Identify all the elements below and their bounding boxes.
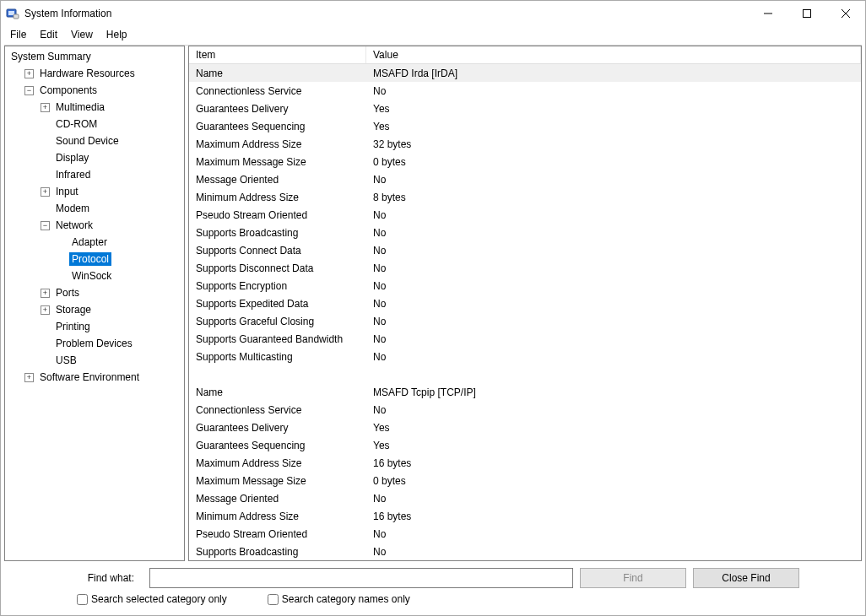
detail-row[interactable]: Supports Expedited DataNo	[189, 294, 861, 312]
tree-item-problem-devices[interactable]: Problem Devices	[5, 335, 184, 352]
tree-item-usb[interactable]: USB	[5, 352, 184, 369]
tree-item-software-environment[interactable]: +Software Environment	[5, 369, 184, 386]
tree-label[interactable]: USB	[53, 354, 79, 367]
tree-item-protocol[interactable]: Protocol	[5, 251, 184, 267]
menu-help[interactable]: Help	[100, 28, 133, 41]
detail-row[interactable]: Guarantees DeliveryYes	[189, 100, 861, 117]
detail-row[interactable]: Maximum Message Size0 bytes	[189, 153, 861, 170]
cell-item: Connectionless Service	[189, 404, 366, 416]
collapse-icon[interactable]: −	[41, 221, 50, 230]
col-head-item[interactable]: Item	[189, 46, 366, 63]
tree-label[interactable]: Hardware Resources	[37, 67, 138, 80]
window-controls	[749, 1, 865, 26]
tree-item-winsock[interactable]: WinSock	[5, 267, 184, 284]
find-input[interactable]	[149, 568, 573, 588]
tree-label[interactable]: Input	[53, 185, 81, 198]
tree-item-multimedia[interactable]: +Multimedia	[5, 99, 184, 116]
col-head-value[interactable]: Value	[366, 46, 861, 63]
expander-placeholder	[57, 238, 66, 247]
tree-label[interactable]: Printing	[53, 320, 93, 333]
cell-item: Name	[189, 386, 366, 398]
tree-item-sound-device[interactable]: Sound Device	[5, 132, 184, 149]
tree-item-infrared[interactable]: Infrared	[5, 166, 184, 183]
detail-row[interactable]: Message OrientedNo	[189, 170, 861, 188]
menu-edit[interactable]: Edit	[34, 28, 63, 41]
detail-row[interactable]: Connectionless ServiceNo	[189, 401, 861, 419]
detail-scroll[interactable]: Item Value NameMSAFD Irda [IrDA]Connecti…	[189, 46, 861, 560]
tree-label[interactable]: Sound Device	[53, 134, 122, 148]
tree-label[interactable]: Multimedia	[53, 100, 107, 114]
chk-selected-category-box[interactable]	[77, 594, 88, 605]
detail-row[interactable]: Supports Graceful ClosingNo	[189, 312, 861, 330]
expand-icon[interactable]: +	[41, 103, 50, 112]
tree-item-input[interactable]: +Input	[5, 183, 184, 200]
chk-selected-category-label: Search selected category only	[91, 593, 227, 605]
detail-row[interactable]: Supports BroadcastingNo	[189, 224, 861, 241]
expand-icon[interactable]: +	[24, 373, 34, 382]
detail-row[interactable]: Supports BroadcastingNo	[189, 543, 861, 560]
tree-item-adapter[interactable]: Adapter	[5, 234, 184, 251]
tree-item-cd-rom[interactable]: CD-ROM	[5, 116, 184, 132]
detail-row[interactable]: Supports EncryptionNo	[189, 277, 861, 294]
tree-label[interactable]: CD-ROM	[53, 117, 100, 131]
tree-label[interactable]: Components	[37, 84, 100, 97]
chk-category-names[interactable]: Search category names only	[268, 593, 410, 605]
detail-row[interactable]: Supports MulticastingNo	[189, 348, 861, 365]
chk-selected-category[interactable]: Search selected category only	[77, 593, 227, 605]
detail-row[interactable]: Maximum Address Size32 bytes	[189, 135, 861, 153]
tree-label[interactable]: Adapter	[69, 235, 110, 249]
collapse-icon[interactable]: −	[24, 86, 34, 95]
maximize-button[interactable]	[788, 1, 826, 26]
cell-item: Supports Broadcasting	[189, 546, 366, 558]
detail-row[interactable]: NameMSAFD Tcpip [TCP/IP]	[189, 383, 861, 401]
tree-label[interactable]: Network	[53, 219, 95, 232]
detail-row[interactable]: Pseudo Stream OrientedNo	[189, 206, 861, 224]
detail-row[interactable]: Connectionless ServiceNo	[189, 82, 861, 100]
cell-value: No	[366, 351, 861, 363]
detail-row[interactable]: NameMSAFD Irda [IrDA]	[189, 64, 861, 82]
tree-label[interactable]: Problem Devices	[53, 337, 135, 350]
tree-pane[interactable]: System Summary+Hardware Resources−Compon…	[4, 46, 185, 561]
tree-item-storage[interactable]: +Storage	[5, 301, 184, 318]
tree-label[interactable]: Display	[53, 151, 91, 165]
tree-label[interactable]: Storage	[53, 303, 94, 316]
tree-item-display[interactable]: Display	[5, 149, 184, 166]
tree-label[interactable]: Modem	[53, 202, 92, 215]
detail-row[interactable]: Pseudo Stream OrientedNo	[189, 525, 861, 543]
minimize-button[interactable]	[749, 1, 788, 26]
expand-icon[interactable]: +	[41, 187, 50, 197]
tree-label[interactable]: Protocol	[69, 252, 111, 266]
tree-label[interactable]: Infrared	[53, 168, 93, 181]
detail-row[interactable]: Maximum Address Size16 bytes	[189, 454, 861, 472]
menu-file[interactable]: File	[4, 28, 32, 41]
tree-label[interactable]: Software Environment	[37, 370, 142, 384]
expand-icon[interactable]: +	[24, 69, 34, 78]
tree-item-printing[interactable]: Printing	[5, 318, 184, 335]
detail-row[interactable]: Guarantees SequencingYes	[189, 436, 861, 454]
detail-row[interactable]: Minimum Address Size16 bytes	[189, 507, 861, 525]
tree-label[interactable]: Ports	[53, 286, 82, 300]
tree-item-modem[interactable]: Modem	[5, 200, 184, 217]
tree-item-system-summary[interactable]: System Summary	[5, 48, 184, 65]
detail-row[interactable]: Maximum Message Size0 bytes	[189, 472, 861, 489]
detail-row[interactable]: Minimum Address Size8 bytes	[189, 188, 861, 206]
tree-item-network[interactable]: −Network	[5, 217, 184, 234]
expand-icon[interactable]: +	[41, 289, 50, 298]
detail-row[interactable]: Guarantees SequencingYes	[189, 117, 861, 135]
close-find-button[interactable]: Close Find	[693, 568, 799, 588]
find-button[interactable]: Find	[580, 568, 686, 588]
menu-view[interactable]: View	[65, 28, 99, 41]
tree-item-ports[interactable]: +Ports	[5, 284, 184, 301]
tree-label[interactable]: System Summary	[8, 50, 94, 63]
detail-row[interactable]: Supports Disconnect DataNo	[189, 259, 861, 277]
detail-row[interactable]: Message OrientedNo	[189, 489, 861, 507]
detail-row[interactable]: Supports Connect DataNo	[189, 241, 861, 259]
detail-row[interactable]: Supports Guaranteed BandwidthNo	[189, 330, 861, 348]
close-button[interactable]	[826, 1, 865, 26]
tree-item-components[interactable]: −Components	[5, 82, 184, 99]
chk-category-names-box[interactable]	[268, 594, 279, 605]
tree-item-hardware-resources[interactable]: +Hardware Resources	[5, 65, 184, 82]
tree-label[interactable]: WinSock	[69, 269, 114, 283]
detail-row[interactable]: Guarantees DeliveryYes	[189, 419, 861, 436]
expand-icon[interactable]: +	[41, 305, 50, 315]
